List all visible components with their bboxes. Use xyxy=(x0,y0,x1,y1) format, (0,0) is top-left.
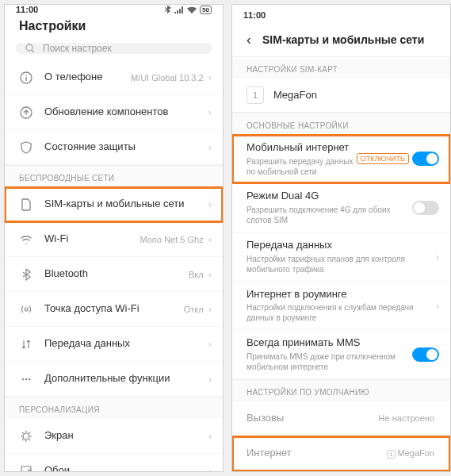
row-label: Интернет xyxy=(247,447,387,460)
chevron-right-icon: › xyxy=(208,465,212,472)
row-label: Точка доступа Wi-Fi xyxy=(44,302,184,316)
svg-point-6 xyxy=(25,308,28,311)
row-label: Вызовы xyxy=(247,412,379,425)
status-time: 11:00 xyxy=(16,5,38,14)
row-label: Состояние защиты xyxy=(44,140,208,154)
row-value: Не настроено xyxy=(379,413,434,423)
update-icon xyxy=(17,106,35,119)
section-wireless: БЕСПРОВОДНЫЕ СЕТИ xyxy=(5,165,223,187)
row-label: О телефоне xyxy=(44,71,131,84)
sim-card-1[interactable]: 1 MegaFon xyxy=(232,79,450,113)
row-label: Bluetooth xyxy=(44,267,189,281)
battery-icon: 50 xyxy=(200,6,212,14)
page-title: SIM-карты и мобильные сети xyxy=(262,33,424,46)
chevron-right-icon: › xyxy=(208,198,212,210)
row-value: Откл xyxy=(184,305,204,314)
row-calls-default[interactable]: Вызовы Не настроено xyxy=(232,401,450,436)
row-sim-cards[interactable]: SIM-карты и мобильные сети › xyxy=(5,187,223,222)
section-personal: ПЕРСОНАЛИЗАЦИЯ xyxy=(5,397,223,419)
sim-settings-screen: 11:00 ‹ SIM-карты и мобильные сети НАСТР… xyxy=(231,4,451,472)
row-data-plan[interactable]: Передача данных Настройки тарифных плано… xyxy=(232,232,450,282)
bluetooth-icon xyxy=(165,6,171,13)
row-data-transfer[interactable]: Передача данных › xyxy=(5,327,223,362)
svg-rect-4 xyxy=(25,77,26,81)
svg-point-7 xyxy=(22,378,25,380)
hotspot-icon xyxy=(17,303,35,316)
data-icon xyxy=(17,338,35,351)
row-internet-default[interactable]: Интернет 1MegaFon xyxy=(232,436,450,471)
signal-icon xyxy=(174,6,184,13)
section-sim-settings: НАСТРОЙКИ SIM-КАРТ xyxy=(232,56,450,79)
row-label: Wi-Fi xyxy=(44,232,140,246)
row-value: Mono Net 5 Ghz xyxy=(140,235,204,244)
dual-4g-toggle[interactable] xyxy=(412,201,439,215)
status-time: 11:00 xyxy=(243,10,266,20)
sim-name: MegaFon xyxy=(273,89,317,101)
chevron-right-icon: › xyxy=(436,251,439,263)
row-label: Режим Dual 4G xyxy=(247,190,412,203)
sim-indicator-icon: 1 xyxy=(387,450,395,459)
svg-point-9 xyxy=(29,378,31,380)
row-label: Передача данных xyxy=(44,337,208,351)
row-wallpaper[interactable]: Обои › xyxy=(5,454,223,472)
settings-screen: 11:00 50 Настройки Поиск настроек О теле… xyxy=(4,4,224,472)
more-icon xyxy=(17,373,35,386)
svg-point-8 xyxy=(25,378,28,380)
row-value: MIUI Global 10.3.2 xyxy=(131,73,204,83)
sim-number: 1 xyxy=(247,86,264,104)
row-mms[interactable]: Всегда принимать MMS Принимать MMS даже … xyxy=(232,330,450,379)
chevron-right-icon: › xyxy=(208,71,212,83)
page-title: Настройки xyxy=(19,19,208,33)
chevron-right-icon: › xyxy=(208,373,212,385)
chevron-right-icon: › xyxy=(208,268,212,280)
row-subtitle: Настройки тарифных планов для контроля м… xyxy=(247,254,436,274)
search-placeholder: Поиск настроек xyxy=(43,43,112,54)
wallpaper-icon xyxy=(17,465,35,473)
row-mobile-data[interactable]: Мобильный интернет Разрешить передачу да… xyxy=(232,135,450,184)
row-value: 1MegaFon xyxy=(387,448,434,458)
row-update[interactable]: Обновление компонентов › xyxy=(5,95,223,130)
svg-point-10 xyxy=(23,433,29,440)
row-bluetooth[interactable]: Bluetooth Вкл › xyxy=(5,257,223,292)
display-icon xyxy=(17,430,35,443)
row-label: Экран xyxy=(44,429,208,443)
svg-point-0 xyxy=(26,44,32,51)
row-about-phone[interactable]: О телефоне MIUI Global 10.3.2 › xyxy=(5,60,223,95)
row-roaming[interactable]: Интернет в роуминге Настройки подключени… xyxy=(232,282,450,331)
row-display[interactable]: Экран › xyxy=(5,419,223,454)
disable-badge: ОТКЛЮЧИТЬ xyxy=(357,153,409,164)
row-label: SIM-карты и мобильные сети xyxy=(44,198,208,211)
bluetooth-icon xyxy=(17,268,35,281)
row-label: Передача данных xyxy=(247,239,436,252)
wifi-icon xyxy=(187,6,197,13)
row-security[interactable]: Состояние защиты › xyxy=(5,130,223,165)
sim-icon xyxy=(17,198,35,211)
row-label: Дополнительные функции xyxy=(44,372,208,386)
row-wifi[interactable]: Wi-Fi Mono Net 5 Ghz › xyxy=(5,222,223,257)
chevron-right-icon: › xyxy=(208,233,212,245)
mms-toggle[interactable] xyxy=(412,347,439,362)
wifi-icon xyxy=(17,233,35,246)
chevron-right-icon: › xyxy=(208,141,212,153)
row-label: Интернет в роуминге xyxy=(247,288,436,301)
row-dual-4g[interactable]: Режим Dual 4G Разрешить подключение 4G д… xyxy=(232,183,450,232)
mobile-data-toggle[interactable] xyxy=(412,152,439,166)
search-icon xyxy=(25,44,35,53)
info-icon xyxy=(17,71,35,84)
search-input[interactable]: Поиск настроек xyxy=(16,43,212,54)
back-button[interactable]: ‹ xyxy=(247,32,251,48)
status-icons: 50 xyxy=(165,6,212,14)
section-main-settings: ОСНОВНЫЕ НАСТРОЙКИ xyxy=(232,113,450,135)
chevron-right-icon: › xyxy=(208,303,212,315)
row-label: Мобильный интернет xyxy=(247,141,357,155)
chevron-right-icon: › xyxy=(436,300,439,312)
section-defaults: НАСТРОЙКИ ПО УМОЛЧАНИЮ xyxy=(232,379,450,401)
shield-icon xyxy=(17,141,35,154)
row-additional[interactable]: Дополнительные функции › xyxy=(5,362,223,397)
row-value: Вкл xyxy=(189,270,204,279)
row-subtitle: Разрешить передачу данных по мобильной с… xyxy=(247,156,357,177)
row-hotspot[interactable]: Точка доступа Wi-Fi Откл › xyxy=(5,292,223,327)
status-bar: 11:00 50 xyxy=(5,5,223,14)
row-subtitle: Принимать MMS даже при отключенном мобил… xyxy=(247,351,412,372)
chevron-right-icon: › xyxy=(208,106,212,118)
